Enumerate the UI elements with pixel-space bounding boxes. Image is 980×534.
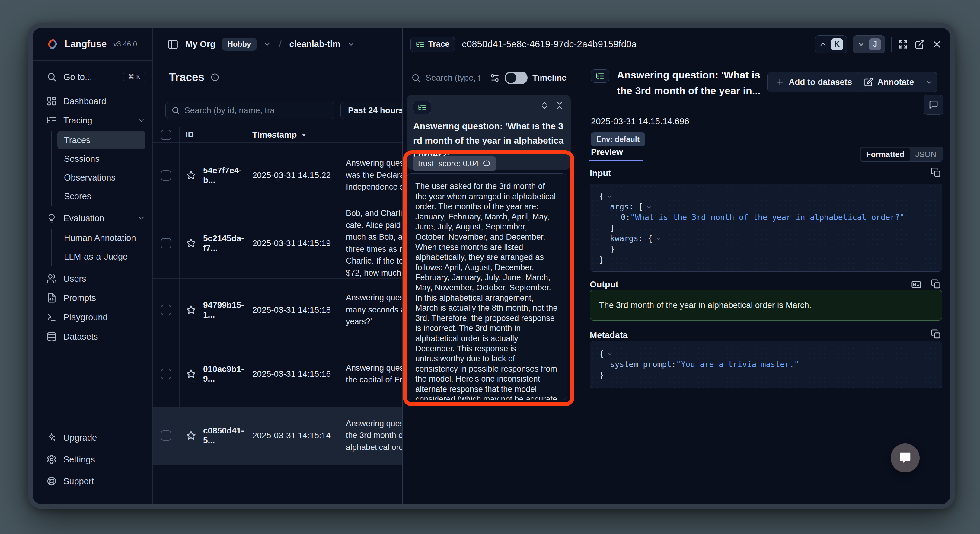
sidebar-item-evaluation[interactable]: Evaluation: [33, 209, 153, 228]
bookmark-star-icon[interactable]: [186, 430, 196, 441]
sidebar-item-label: Upgrade: [64, 433, 145, 443]
row-checkbox[interactable]: [161, 369, 171, 379]
close-icon[interactable]: [931, 39, 942, 50]
collapse-chevron-icon[interactable]: [606, 193, 613, 200]
expand-icon[interactable]: [897, 39, 908, 50]
chat-bubble-icon: [898, 451, 912, 465]
format-json[interactable]: JSON: [910, 148, 942, 161]
sidebar-toggle-icon[interactable]: [167, 39, 179, 50]
sidebar-item-datasets[interactable]: Datasets: [33, 327, 153, 346]
support-chat-button[interactable]: [891, 443, 920, 472]
copy-icon[interactable]: [931, 167, 941, 177]
json-line: kwargs: {: [599, 233, 933, 244]
timeline-toggle[interactable]: [504, 72, 528, 84]
sidebar-item-support[interactable]: Support: [33, 470, 153, 492]
sidebar-item-sessions[interactable]: Sessions: [57, 150, 145, 168]
trace-node-title: Answering question: 'What is the 3rd mon…: [413, 119, 565, 163]
prev-trace-button[interactable]: K: [815, 35, 847, 53]
timestamp-cell: 2025-03-31 14:15:19: [252, 208, 346, 278]
langfuse-app: Langfuse v3.46.0 Go to... ⌘ K DashboardT…: [33, 28, 950, 504]
sidebar-item-label: Users: [64, 274, 145, 284]
sidebar-item-playground[interactable]: Playground: [33, 308, 153, 327]
next-trace-button[interactable]: J: [853, 35, 885, 53]
sidebar-item-dashboard[interactable]: Dashboard: [33, 91, 153, 111]
comments-button[interactable]: [924, 95, 943, 115]
collapse-chevron-icon[interactable]: [646, 204, 652, 210]
search-icon: [171, 106, 180, 115]
comment-icon: [929, 100, 939, 110]
traces-search-field[interactable]: [185, 106, 329, 115]
sparkles-icon: [46, 433, 57, 443]
sidebar-item-users[interactable]: Users: [33, 269, 153, 288]
collapse-chevron-icon[interactable]: [655, 236, 662, 242]
trust-score-badge[interactable]: trust_score: 0.04: [413, 156, 496, 171]
view-settings-icon[interactable]: [490, 73, 500, 83]
traces-search-input[interactable]: [165, 102, 334, 119]
tab-preview[interactable]: Preview: [591, 147, 623, 157]
sidebar-item-label: Tracing: [64, 116, 131, 126]
score-comment-tooltip: The user asked for the 3rd month of the …: [407, 173, 567, 400]
tabs-divider: [583, 162, 950, 162]
trace-tree-panel: Timeline: [402, 61, 583, 504]
open-in-new-icon[interactable]: [915, 39, 925, 50]
bookmark-star-icon[interactable]: [186, 304, 196, 316]
timestamp-cell: 2025-03-31 14:15:14: [252, 407, 346, 464]
sidebar-item-scores[interactable]: Scores: [57, 187, 145, 206]
active-tab-underline: [589, 160, 643, 161]
json-line: }: [599, 370, 933, 380]
trace-title: Answering question: 'What is the 3rd mon…: [617, 67, 765, 99]
row-checkbox[interactable]: [161, 170, 171, 180]
info-icon[interactable]: [210, 73, 220, 82]
collapse-all-icon[interactable]: [555, 101, 564, 110]
sidebar-item-traces[interactable]: Traces: [57, 131, 145, 150]
copy-icon[interactable]: [931, 329, 941, 339]
lifebuoy-icon: [46, 476, 57, 486]
gear-icon: [46, 454, 57, 465]
json-line: ]: [599, 223, 933, 233]
trace-id-cell: 94799b15-1...: [203, 300, 252, 320]
row-checkbox[interactable]: [161, 430, 171, 441]
markdown-icon[interactable]: [910, 279, 922, 290]
json-line: args: [: [599, 202, 933, 212]
copy-icon[interactable]: [931, 279, 941, 289]
annotate-dropdown-button[interactable]: [921, 72, 937, 92]
collapse-chevron-icon[interactable]: [606, 351, 613, 357]
row-checkbox[interactable]: [161, 305, 171, 315]
sidebar-item-observations[interactable]: Observations: [57, 168, 145, 187]
sidebar-item-tracing[interactable]: Tracing: [33, 111, 153, 130]
org-switcher-chevron-icon[interactable]: [263, 40, 271, 48]
sidebar-item-llm-as-a-judge[interactable]: LLM-as-a-Judge: [57, 247, 145, 266]
input-section-label: Input: [590, 169, 611, 179]
expand-all-icon[interactable]: [540, 101, 549, 110]
trace-id: c0850d41-5e8c-4619-97dc-2a4b9159fd0a: [462, 39, 637, 50]
sidebar-item-upgrade[interactable]: Upgrade: [33, 427, 153, 449]
tree-search-row: Timeline: [411, 69, 578, 87]
timestamp-cell: 2025-03-31 14:15:18: [252, 279, 346, 341]
trace-type-badge: [413, 101, 431, 114]
project-switcher-chevron-icon[interactable]: [347, 40, 355, 48]
sidebar-item-human-annotation[interactable]: Human Annotation: [57, 228, 145, 247]
format-formatted[interactable]: Formatted: [861, 148, 910, 161]
tree-search-field[interactable]: [426, 73, 485, 83]
keycap-k: K: [831, 38, 843, 50]
bookmark-star-icon[interactable]: [186, 368, 196, 379]
bookmark-star-icon[interactable]: [186, 238, 196, 249]
users-icon: [46, 274, 57, 284]
chevron-down-icon: [857, 40, 865, 49]
sidebar-item-settings[interactable]: Settings: [33, 449, 153, 470]
project-name[interactable]: cleanlab-tlm: [290, 39, 340, 49]
terminal-icon: [46, 312, 57, 322]
trace-tree-icon: [595, 72, 605, 81]
bookmark-star-icon[interactable]: [186, 170, 196, 181]
lightbulb-icon: [46, 213, 57, 223]
sidebar-item-goto[interactable]: Go to... ⌘ K: [33, 67, 153, 87]
select-all-checkbox[interactable]: [161, 130, 171, 140]
column-header-timestamp[interactable]: Timestamp: [252, 130, 297, 140]
sidebar-item-prompts[interactable]: Prompts: [33, 288, 153, 308]
add-to-datasets-button[interactable]: Add to datasets: [767, 72, 860, 92]
row-checkbox[interactable]: [161, 238, 171, 249]
org-name[interactable]: My Org: [185, 39, 215, 49]
sort-desc-icon[interactable]: [300, 131, 307, 139]
column-header-id[interactable]: ID: [186, 130, 194, 139]
annotate-button[interactable]: Annotate: [857, 72, 921, 92]
